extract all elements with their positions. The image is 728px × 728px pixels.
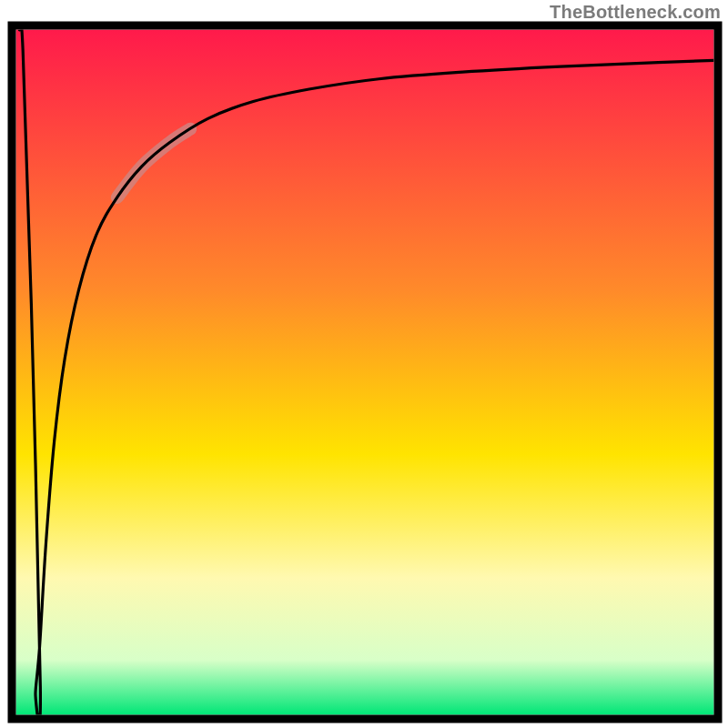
bottleneck-chart xyxy=(0,0,728,728)
chart-container: TheBottleneck.com xyxy=(0,0,728,728)
gradient-background xyxy=(16,30,714,715)
